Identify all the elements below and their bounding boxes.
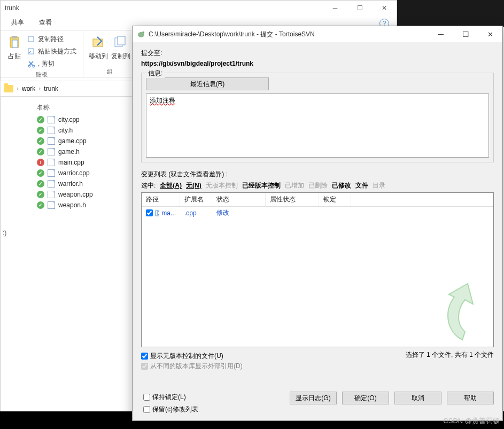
message-group-title: 信息: [146,69,165,78]
tortoisesvn-icon [137,30,145,38]
col-propstatus[interactable]: 属性状态 [266,193,319,206]
file-icon [48,169,55,177]
dialog-minimize-button[interactable]: ─ [429,26,453,42]
commit-url: https://glx/svn/bigdeal/project1/trunk [141,60,494,67]
row-status: 修改 [212,207,266,219]
svg-point-6 [33,65,35,67]
message-group: 信息: 最近信息(R) 添加注释 [141,73,494,162]
filter-all[interactable]: 全部(A) [160,181,182,190]
tab-share[interactable]: 共享 [11,18,24,27]
file-name: warrior.h [58,180,83,188]
filter-dirs[interactable]: 目录 [373,181,385,190]
folder-icon [4,85,13,92]
tree-emoticon: :) [3,229,25,237]
copy-path-button[interactable]: 复制路径 [26,34,77,45]
col-status[interactable]: 状态 [212,193,266,206]
show-log-button[interactable]: 显示日志(G) [290,392,337,404]
svn-ok-icon: ✓ [37,201,44,209]
table-header: 路径 扩展名 状态 属性状态 锁定 [142,193,493,207]
filter-added[interactable]: 已增加 [285,181,304,190]
watermark: CSDN @赏善罚铍 [443,416,500,426]
cancel-button[interactable]: 取消 [394,392,441,404]
keep-locks-checkbox[interactable]: 保持锁定(L) [143,393,198,402]
file-icon [48,201,55,209]
svg-rect-9 [118,36,125,45]
table-row[interactable]: c ma... .cpp 修改 [142,207,493,219]
file-icon [48,180,55,188]
dialog-titlebar: C:\Users\miracle-\Desktop\work\trunk - 提… [133,26,502,42]
cpp-file-icon: c [155,210,159,216]
move-to-button[interactable]: 移动到 [89,34,108,61]
file-name: city.cpp [58,116,80,123]
commit-to-label: 提交至: [141,49,494,58]
file-icon [48,191,55,198]
file-name: game.cpp [58,137,87,145]
dialog-maximize-button[interactable]: ☐ [453,26,478,42]
file-name: weapon.cpp [58,191,93,198]
help-button[interactable]: 帮助 [447,392,494,404]
change-table: 路径 扩展名 状态 属性状态 锁定 c ma... .cpp 修改 [141,192,494,347]
filter-files[interactable]: 文件 [355,181,368,190]
filter-deleted[interactable]: 已删除 [308,181,328,190]
ok-button[interactable]: 确定(O) [342,392,389,404]
recent-messages-button[interactable]: 最近信息(R) [146,77,269,90]
copy-to-button[interactable]: 复制到 [111,34,130,61]
keep-changelist-checkbox[interactable]: 保留(c)修改列表 [143,405,198,414]
file-name: main.cpp [58,159,84,166]
commit-message-input[interactable]: 添加注释 [146,93,489,158]
file-name: city.h [58,127,73,134]
show-unversioned-checkbox[interactable]: 显示无版本控制的文件(U) [141,352,243,361]
filter-versioned[interactable]: 已经版本控制 [242,181,281,190]
svn-ok-icon: ✓ [37,191,44,198]
dialog-buttons: 保持锁定(L) 保留(c)修改列表 显示日志(G) 确定(O) 取消 帮助 [133,386,502,420]
file-name: warrior.cpp [58,169,90,177]
close-button[interactable]: ✕ [372,1,397,15]
explorer-title: trunk [5,4,19,12]
svn-ok-icon: ✓ [37,180,44,188]
svg-rect-1 [12,36,17,38]
svg-point-12 [143,32,144,32]
col-path[interactable]: 路径 [142,193,180,206]
nav-tree[interactable]: :) [1,97,27,416]
cut-button[interactable]: , 剪切 [26,58,77,69]
clipboard-group-label: 贴板 [6,71,77,79]
svg-rect-2 [12,40,18,48]
commit-dialog: C:\Users\miracle-\Desktop\work\trunk - 提… [132,26,503,421]
explorer-titlebar: trunk ─ ☐ ✕ [1,1,397,15]
breadcrumb-work[interactable]: work [22,85,35,92]
svn-modified-icon: ! [37,159,44,166]
filter-unversioned[interactable]: 无版本控制 [206,181,238,190]
show-externals-checkbox[interactable]: 从不同的版本库显示外部引用(D) [141,362,243,371]
dialog-close-button[interactable]: ✕ [478,26,502,42]
commit-arrow-icon [436,278,489,342]
svn-ok-icon: ✓ [37,137,44,145]
svn-ok-icon: ✓ [37,116,44,123]
paste-shortcut-button[interactable]: 粘贴快捷方式 [26,46,77,57]
filter-modified[interactable]: 已修改 [332,181,351,190]
svn-ok-icon: ✓ [37,127,44,134]
svn-ok-icon: ✓ [37,148,44,155]
tab-view[interactable]: 查看 [39,18,52,27]
file-icon [48,116,55,123]
file-icon [48,137,55,145]
selection-status: 选择了 1 个文件, 共有 1 个文件 [406,350,494,360]
row-checkbox[interactable] [146,209,153,216]
minimize-button[interactable]: ─ [323,1,347,15]
file-icon [48,127,55,134]
paste-button[interactable]: 占贴 [6,34,23,69]
svg-text:c: c [157,210,159,216]
filter-none[interactable]: 无(N) [186,181,201,190]
col-lock[interactable]: 锁定 [319,193,351,206]
chevron-right-icon: › [17,85,19,92]
changelist-label: 变更列表 (双击文件查看差异) : [141,170,494,179]
organize-group-label: 组 [89,68,130,76]
filter-row: 选中: 全部(A) 无(N) 无版本控制 已经版本控制 已增加 已删除 已修改 … [141,181,494,190]
row-path: ma... [161,209,176,217]
maximize-button[interactable]: ☐ [347,1,372,15]
filter-select-label: 选中: [141,181,156,190]
desktop-background [397,0,504,27]
row-ext: .cpp [180,208,212,219]
svg-point-11 [142,32,144,34]
breadcrumb-trunk[interactable]: trunk [44,85,58,92]
col-ext[interactable]: 扩展名 [180,193,212,206]
